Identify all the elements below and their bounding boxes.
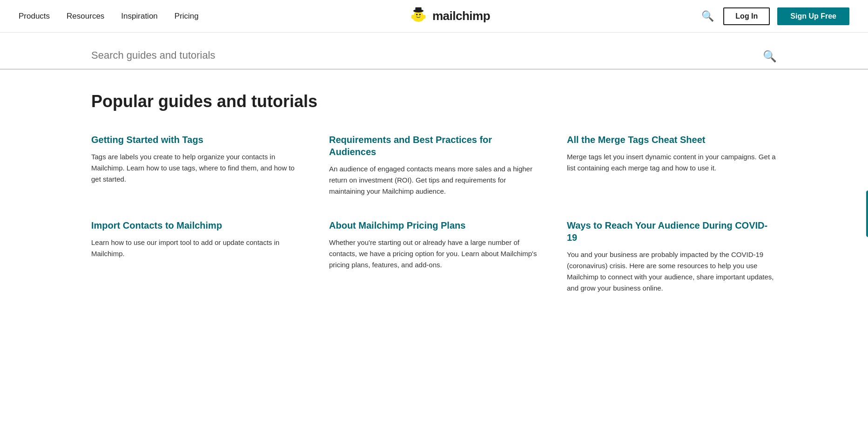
nav-right: 🔍 Log In Sign Up Free [700,7,849,25]
search-icon: 🔍 [701,10,714,22]
mailchimp-logo-icon [408,6,429,27]
search-input[interactable] [91,49,757,69]
guide-card: Ways to Reach Your Audience During COVID… [567,219,777,294]
svg-point-2 [416,14,417,15]
guide-title[interactable]: Ways to Reach Your Audience During COVID… [567,219,777,244]
guide-card: All the Merge Tags Cheat SheetMerge tags… [567,134,777,197]
guide-description: You and your business are probably impac… [567,249,777,294]
nav-pricing[interactable]: Pricing [175,12,199,21]
svg-point-7 [423,14,426,19]
guide-description: Learn how to use our import tool to add … [91,237,301,259]
nav-resources[interactable]: Resources [67,12,104,21]
nav-left: Products Resources Inspiration Pricing [19,12,199,21]
guide-card: Requirements and Best Practices for Audi… [329,134,539,197]
guide-description: Tags are labels you create to help organ… [91,151,301,185]
guide-title[interactable]: About Mailchimp Pricing Plans [329,219,539,231]
login-button[interactable]: Log In [723,7,770,25]
nav-inspiration[interactable]: Inspiration [121,12,157,21]
nav-products[interactable]: Products [19,12,50,21]
search-submit-icon[interactable]: 🔍 [763,50,777,68]
guide-description: Merge tags let you insert dynamic conten… [567,151,777,174]
svg-point-6 [411,14,415,19]
guide-card: Getting Started with TagsTags are labels… [91,134,301,197]
guide-title[interactable]: Import Contacts to Mailchimp [91,219,301,231]
main-content: Popular guides and tutorials Getting Sta… [0,69,868,316]
guide-card: About Mailchimp Pricing PlansWhether you… [329,219,539,294]
guide-title[interactable]: All the Merge Tags Cheat Sheet [567,134,777,146]
guides-grid: Getting Started with TagsTags are labels… [91,134,777,294]
guide-description: Whether you're starting out or already h… [329,237,539,271]
logo[interactable]: mailchimp [408,6,490,27]
signup-button[interactable]: Sign Up Free [777,7,849,25]
search-button[interactable]: 🔍 [700,8,716,24]
guide-description: An audience of engaged contacts means mo… [329,163,539,197]
logo-text: mailchimp [432,9,490,23]
svg-point-3 [419,14,421,15]
svg-rect-5 [415,7,421,11]
search-section: 🔍 [0,33,868,69]
guide-card: Import Contacts to MailchimpLearn how to… [91,219,301,294]
navbar: Products Resources Inspiration Pricing m… [0,0,868,33]
guide-title[interactable]: Requirements and Best Practices for Audi… [329,134,539,158]
feedback-tab[interactable]: Feedback [867,190,868,237]
guide-title[interactable]: Getting Started with Tags [91,134,301,146]
section-title: Popular guides and tutorials [91,92,777,111]
